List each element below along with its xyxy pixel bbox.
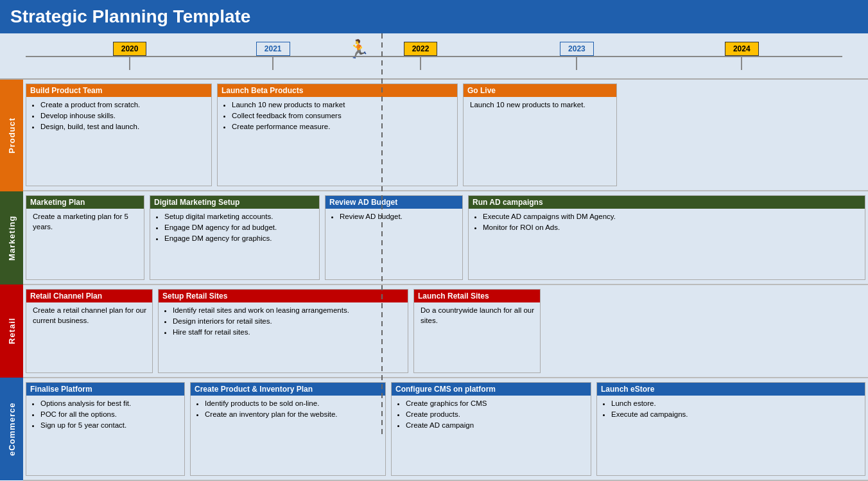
list-item: Hire staff for retail sites. <box>173 327 404 337</box>
card-finalise-platform: Finalise Platform Options analysis for b… <box>26 382 185 476</box>
card-launch-beta-products: Launch Beta Products Launch 10 new produ… <box>217 83 458 186</box>
list-item: POC for all the options. <box>40 409 180 419</box>
year-tick-2022 <box>420 56 421 70</box>
year-badge-2020: 2020 <box>113 42 147 56</box>
card-header-setup-retail-sites: Setup Retail Sites <box>159 290 408 302</box>
card-header-review-ad-budget: Review AD Budget <box>326 196 462 209</box>
retail-section-row: Retail Channel Plan Create a retail chan… <box>23 285 868 378</box>
card-header-create-product-inventory-plan: Create Product & Inventory Plan <box>191 383 385 396</box>
list-item: Create performance measure. <box>232 121 453 132</box>
list-item: Design interiors for retail sites. <box>173 316 404 326</box>
year-badge-2024: 2024 <box>725 42 759 56</box>
year-tick-2023 <box>576 56 577 70</box>
marketing-section-row: Marketing Plan Create a marketing plan f… <box>23 191 868 284</box>
card-body-review-ad-budget: Review AD budget. <box>326 209 462 279</box>
year-tick-2021 <box>272 56 273 70</box>
product-section-row: Build Product Team Create a product from… <box>23 80 868 191</box>
card-review-ad-budget: Review AD Budget Review AD budget. <box>325 195 463 279</box>
card-body-retail-channel-plan: Create a retail channel plan for our cur… <box>26 302 152 372</box>
card-body-create-product-inventory-plan: Identify products to be sold on-line. Cr… <box>191 396 385 475</box>
list-item: Identify retail sites and work on leasin… <box>173 305 404 315</box>
list-item: Collect feedback from consumers <box>232 110 453 121</box>
card-retail-channel-plan: Retail Channel Plan Create a retail chan… <box>26 289 153 373</box>
page-header: Strategic Planning Template <box>0 0 868 33</box>
page-title: Strategic Planning Template <box>10 6 250 27</box>
runner-icon: 🏃 <box>347 39 370 60</box>
category-labels: Product Marketing Retail eCommerce <box>0 80 23 481</box>
card-body-launch-estore: Lunch estore. Execute ad campaigns. <box>597 396 865 475</box>
card-body-marketing-plan: Create a marketing plan for 5 years. <box>26 209 144 279</box>
list-item: Create AD campaign <box>406 420 587 430</box>
year-badge-2021: 2021 <box>256 42 290 56</box>
year-marker-2024: 2024 <box>725 42 759 70</box>
year-marker-2023: 2023 <box>560 42 594 70</box>
card-launch-estore: Launch eStore Lunch estore. Execute ad c… <box>596 382 865 476</box>
card-setup-retail-sites: Setup Retail Sites Identify retail sites… <box>158 289 408 373</box>
card-launch-retail-sites: Launch Retail Sites Do a countrywide lau… <box>413 289 541 373</box>
card-configure-cms: Configure CMS on platform Create graphic… <box>391 382 591 476</box>
list-item: Create an inventory plan for the website… <box>205 409 381 419</box>
card-create-product-inventory-plan: Create Product & Inventory Plan Identify… <box>190 382 386 476</box>
list-item: Lunch estore. <box>611 398 861 408</box>
list-item: Create products. <box>406 409 587 419</box>
card-body-launch-beta-products: Launch 10 new products to market Collect… <box>218 97 457 186</box>
year-marker-2021: 2021 <box>256 42 290 70</box>
ecommerce-section-row: Finalise Platform Options analysis for b… <box>23 378 868 481</box>
card-body-finalise-platform: Options analysis for best fit. POC for a… <box>26 396 184 475</box>
list-item: Options analysis for best fit. <box>40 398 180 408</box>
list-item: Develop inhouse skills. <box>40 110 207 121</box>
card-run-ad-campaigns: Run AD campaigns Execute AD campaigns wi… <box>468 195 865 279</box>
card-body-launch-retail-sites: Do a countrywide launch for all our site… <box>414 302 540 372</box>
card-header-digital-marketing-setup: Digital Marketing Setup <box>150 196 319 209</box>
card-header-marketing-plan: Marketing Plan <box>26 196 144 209</box>
card-header-launch-estore: Launch eStore <box>597 383 865 396</box>
card-header-finalise-platform: Finalise Platform <box>26 383 184 396</box>
category-retail: Retail <box>0 284 23 378</box>
card-digital-marketing-setup: Digital Marketing Setup Setup digital ma… <box>150 195 320 279</box>
card-marketing-plan: Marketing Plan Create a marketing plan f… <box>26 195 144 279</box>
card-header-launch-retail-sites: Launch Retail Sites <box>414 290 540 302</box>
card-go-live: Go Live Launch 10 new products to market… <box>463 83 617 186</box>
card-header-launch-beta-products: Launch Beta Products <box>218 84 457 97</box>
category-product: Product <box>0 80 23 191</box>
card-body-run-ad-campaigns: Execute AD campaigns with DM Agency. Mon… <box>469 209 865 279</box>
card-body-configure-cms: Create graphics for CMS Create products.… <box>392 396 591 475</box>
list-item: Review AD budget. <box>340 211 458 222</box>
list-item: Design, build, test and launch. <box>40 121 207 132</box>
year-marker-2022: 2022 <box>404 42 438 70</box>
card-header-build-product-team: Build Product Team <box>26 84 211 97</box>
year-tick-2024 <box>741 56 742 70</box>
card-header-retail-channel-plan: Retail Channel Plan <box>26 290 152 302</box>
year-badge-2022: 2022 <box>404 42 438 56</box>
main-content: Product Marketing Retail eCommerce Build… <box>0 80 868 481</box>
card-header-run-ad-campaigns: Run AD campaigns <box>469 196 865 209</box>
card-header-configure-cms: Configure CMS on platform <box>392 383 591 396</box>
list-item: Execute AD campaigns with DM Agency. <box>483 211 861 222</box>
list-item: Setup digital marketing accounts. <box>164 211 315 222</box>
card-body-setup-retail-sites: Identify retail sites and work on leasin… <box>159 302 408 372</box>
card-body-go-live: Launch 10 new products to market. <box>464 97 616 186</box>
list-item: Identify products to be sold on-line. <box>205 398 381 408</box>
rows-area: Build Product Team Create a product from… <box>23 80 868 481</box>
card-build-product-team: Build Product Team Create a product from… <box>26 83 212 186</box>
list-item: Engage DM agency for ad budget. <box>164 222 315 232</box>
category-ecommerce: eCommerce <box>0 378 23 480</box>
list-item: Create a product from scratch. <box>40 100 207 110</box>
timeline-inner: 2020 2021 🏃 2022 2023 2024 <box>0 33 868 78</box>
timeline-row: 2020 2021 🏃 2022 2023 2024 <box>0 33 868 80</box>
list-item: Sign up for 5 year contact. <box>40 420 180 430</box>
year-badge-2023: 2023 <box>560 42 594 56</box>
card-body-build-product-team: Create a product from scratch. Develop i… <box>26 97 211 186</box>
list-item: Create graphics for CMS <box>406 398 587 408</box>
category-marketing: Marketing <box>0 191 23 284</box>
list-item: Monitor for ROI on Ads. <box>483 222 861 232</box>
list-item: Execute ad campaigns. <box>611 409 861 419</box>
year-tick-2020 <box>129 56 130 70</box>
list-item: Engage DM agency for graphics. <box>164 233 315 243</box>
card-header-go-live: Go Live <box>464 84 616 97</box>
list-item: Launch 10 new products to market <box>232 100 453 110</box>
year-marker-2020: 2020 <box>113 42 147 70</box>
card-body-digital-marketing-setup: Setup digital marketing accounts. Engage… <box>150 209 319 279</box>
